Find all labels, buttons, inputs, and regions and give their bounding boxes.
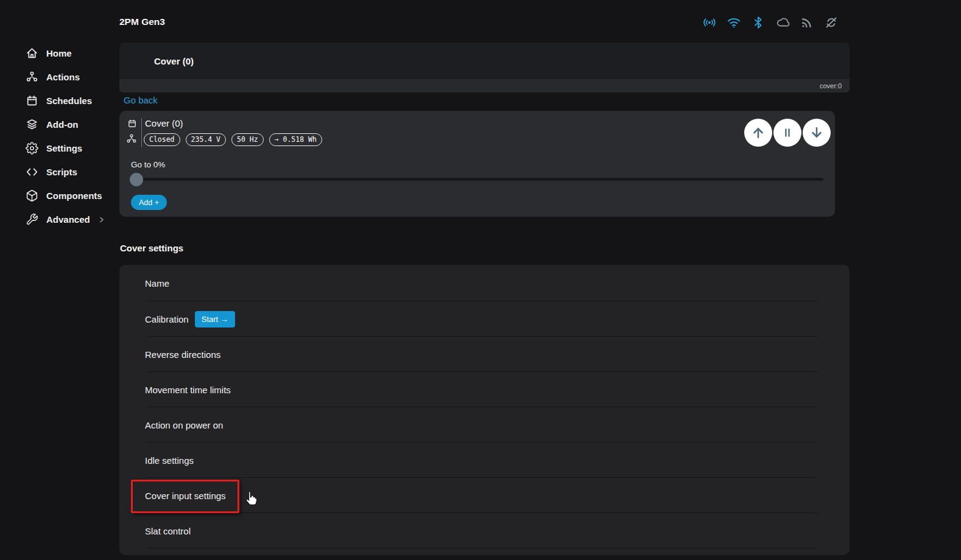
actions-icon	[26, 71, 38, 83]
code-icon	[26, 166, 38, 178]
row-label: Movement time limits	[145, 385, 231, 395]
settings-row-idle-settings[interactable]: Idle settings	[119, 443, 850, 478]
sidebar-item-settings[interactable]: Settings	[0, 136, 110, 160]
cover-title: Cover (0)	[145, 118, 183, 128]
hand-cursor-icon	[242, 489, 261, 507]
calendar-icon	[26, 94, 38, 107]
sidebar-item-label: Scripts	[46, 167, 77, 177]
cover-header-card: Cover (0) cover:0	[119, 43, 850, 93]
bluetooth-icon	[750, 15, 766, 30]
cover-header-title: Cover (0)	[119, 43, 850, 79]
sidebar-item-label: Components	[46, 191, 102, 201]
settings-row-movement-time-limits[interactable]: Movement time limits	[119, 372, 850, 407]
cube-icon	[26, 189, 38, 202]
page-title: 2PM Gen3	[119, 16, 165, 27]
cloud-icon	[775, 15, 790, 30]
row-label: Idle settings	[145, 455, 194, 466]
cover-control-card: Cover (0) Closed 235.4 V 50 Hz → 0.518 W…	[119, 111, 835, 217]
cover-id-label: cover:0	[820, 82, 842, 89]
settings-row-slat-control[interactable]: Slat control	[119, 513, 850, 548]
gear-icon	[26, 142, 38, 155]
row-divider	[147, 548, 818, 548]
cover-settings-card: Name Calibration Start → Reverse directi…	[119, 265, 850, 555]
wifi-icon	[726, 15, 742, 30]
status-icon-bar	[702, 15, 839, 30]
cover-close-button[interactable]	[803, 119, 831, 147]
state-badge: Closed	[144, 133, 180, 146]
layers-icon	[26, 118, 38, 131]
cover-open-button[interactable]	[744, 119, 772, 147]
row-label: Action on power on	[145, 420, 223, 430]
add-button[interactable]: Add +	[131, 195, 167, 210]
sidebar-item-label: Advanced	[46, 214, 90, 225]
calibration-start-button[interactable]: Start →	[195, 311, 235, 327]
row-label: Cover input settings	[145, 491, 226, 501]
settings-row-reverse-directions[interactable]: Reverse directions	[119, 337, 850, 372]
sync-disabled-icon	[823, 15, 839, 30]
settings-row-calibration[interactable]: Calibration Start →	[119, 301, 850, 337]
frequency-badge: 50 Hz	[231, 133, 264, 146]
sidebar-item-schedules[interactable]: Schedules	[0, 89, 110, 113]
cover-settings-heading: Cover settings	[120, 243, 183, 253]
home-icon	[26, 47, 38, 60]
row-label: Slat control	[145, 526, 191, 536]
sidebar-item-components[interactable]: Components	[0, 184, 110, 208]
sidebar-item-addon[interactable]: Add-on	[0, 113, 110, 136]
go-back-link[interactable]: Go back	[124, 95, 158, 105]
voltage-badge: 235.4 V	[186, 133, 226, 146]
cover-pause-button[interactable]	[773, 119, 801, 147]
go-to-slider-thumb[interactable]	[130, 173, 143, 186]
go-to-slider-track[interactable]	[132, 178, 823, 181]
chevron-right-icon	[97, 215, 106, 224]
energy-badge: → 0.518 Wh	[269, 133, 322, 146]
settings-row-action-on-power-on[interactable]: Action on power on	[119, 407, 850, 443]
calendar-icon[interactable]	[127, 119, 137, 128]
sidebar-item-label: Actions	[46, 72, 80, 82]
actions-icon[interactable]	[126, 133, 137, 144]
row-label: Calibration	[145, 314, 189, 324]
cover-id-strip: cover:0	[119, 79, 850, 93]
go-to-slider-label: Go to 0%	[131, 160, 165, 169]
settings-row-name[interactable]: Name	[119, 265, 850, 301]
row-label: Name	[145, 278, 169, 289]
vertical-divider	[141, 118, 142, 147]
sidebar-item-advanced[interactable]: Advanced	[0, 208, 110, 231]
settings-row-cover-input-settings[interactable]: Cover input settings	[119, 478, 850, 513]
sidebar: Home Actions Schedules Add-on	[0, 41, 110, 231]
sidebar-item-label: Settings	[46, 143, 82, 153]
ap-icon	[702, 15, 717, 30]
sidebar-item-label: Schedules	[46, 96, 92, 106]
sidebar-item-home[interactable]: Home	[0, 41, 110, 65]
wrench-icon	[26, 213, 38, 226]
sidebar-item-actions[interactable]: Actions	[0, 65, 110, 89]
row-label: Reverse directions	[145, 349, 220, 360]
sidebar-item-scripts[interactable]: Scripts	[0, 160, 110, 184]
sidebar-item-label: Add-on	[46, 119, 78, 130]
status-badges: Closed 235.4 V 50 Hz → 0.518 Wh	[144, 133, 322, 146]
sidebar-item-label: Home	[46, 48, 72, 58]
mqtt-icon	[799, 15, 815, 30]
